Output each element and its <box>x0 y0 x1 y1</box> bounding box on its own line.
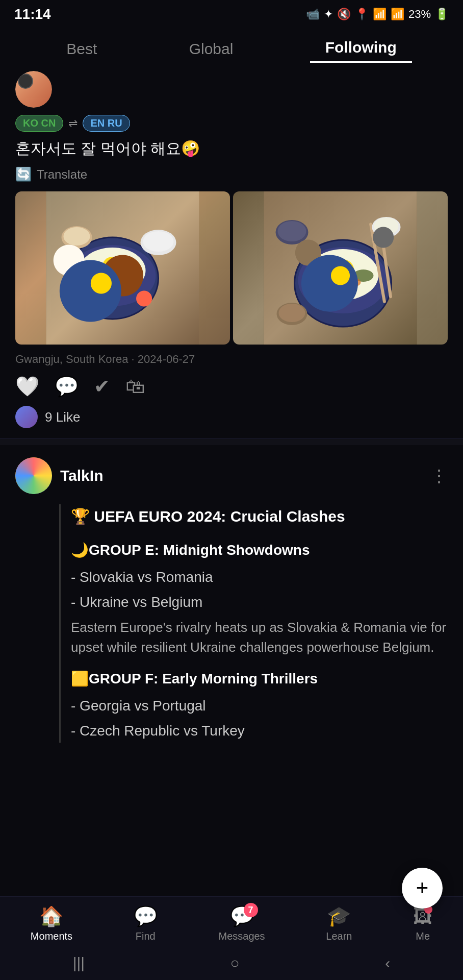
find-icon: 💬 <box>134 905 158 927</box>
nav-items: 🏠 Moments 💬 Find 💬 7 Messages 🎓 Learn 🖼 … <box>0 897 463 947</box>
me-label: Me <box>416 930 430 942</box>
liker-avatar[interactable] <box>15 406 38 428</box>
android-nav: ||| ○ ‹ <box>0 947 463 980</box>
bottom-nav: 🏠 Moments 💬 Find 💬 7 Messages 🎓 Learn 🖼 … <box>0 896 463 980</box>
learn-icon: 🎓 <box>327 905 351 927</box>
svg-point-28 <box>278 221 306 241</box>
group-e-description: Eastern Europe's rivalry heats up as Slo… <box>71 618 448 657</box>
svg-point-2 <box>67 237 159 319</box>
android-back-icon[interactable]: ‹ <box>385 954 390 972</box>
food-post: KO CN ⇌ EN RU 혼자서도 잘 먹어야 해요🤪 🔄 Translate <box>0 71 463 439</box>
svg-point-10 <box>141 230 176 255</box>
svg-point-30 <box>374 217 399 235</box>
tab-following[interactable]: Following <box>310 35 412 63</box>
talkin-avatar[interactable]: 🗨 <box>15 457 52 494</box>
bluetooth-icon: ✦ <box>324 8 333 21</box>
svg-point-18 <box>307 249 379 300</box>
translate-button[interactable]: 🔄 Translate <box>15 166 448 182</box>
post2-body: 🏆 UEFA EURO 2024: Crucial Clashes 🌙GROUP… <box>15 504 448 743</box>
svg-point-16 <box>295 240 392 327</box>
android-home-icon[interactable]: ○ <box>230 954 240 972</box>
svg-point-12 <box>62 226 92 249</box>
post1-location: Gwangju, South Korea · 2024-06-27 <box>15 353 448 366</box>
comment-button[interactable]: 💬 <box>55 375 79 398</box>
battery-icon: 🔋 <box>435 8 449 21</box>
post1-text: 혼자서도 잘 먹어야 해요🤪 <box>15 138 448 159</box>
lang-arrow: ⇌ <box>68 117 78 130</box>
svg-point-4 <box>80 248 146 293</box>
moments-label: Moments <box>31 930 72 942</box>
svg-point-17 <box>298 247 388 313</box>
talkin-post: 🗨 TalkIn ⋮ 🏆 UEFA EURO 2024: Crucial Cla… <box>0 445 463 757</box>
status-time: 11:14 <box>14 6 51 22</box>
svg-point-20 <box>336 263 351 278</box>
svg-point-32 <box>279 304 305 322</box>
android-menu-icon[interactable]: ||| <box>73 954 85 972</box>
post2-title: 🏆 UEFA EURO 2024: Crucial Clashes <box>71 504 448 529</box>
svg-rect-1 <box>46 191 199 345</box>
svg-point-23 <box>324 279 342 289</box>
food-image-right[interactable] <box>233 191 448 345</box>
tab-global[interactable]: Global <box>174 36 249 62</box>
group-f-item-1: - Georgia vs Portugal <box>71 695 448 718</box>
nav-me[interactable]: 🖼 Me <box>413 905 432 942</box>
tab-bar: Best Global Following <box>0 27 463 71</box>
post1-avatar[interactable] <box>15 71 52 108</box>
lang-tags: KO CN ⇌ EN RU <box>15 115 448 132</box>
nav-learn[interactable]: 🎓 Learn <box>326 905 352 942</box>
talkin-header: 🗨 TalkIn ⋮ <box>15 457 448 494</box>
status-icons: 📹 ✦ 🔇 📍 📶 📶 23% 🔋 <box>306 8 449 21</box>
svg-point-22 <box>353 270 374 282</box>
group-f-header: 🟨GROUP F: Early Morning Thrillers <box>71 668 448 691</box>
wifi-icon: 📶 <box>373 8 387 21</box>
action-buttons: 🤍 💬 ✔ 🛍 <box>15 375 448 398</box>
signal-icon: 📶 <box>391 8 404 21</box>
svg-point-5 <box>102 257 123 277</box>
messages-label: Messages <box>218 930 265 942</box>
battery-text: 23% <box>408 8 431 21</box>
silent-icon: 🔇 <box>337 8 351 21</box>
group-e-header: 🌙GROUP E: Midnight Showdowns <box>71 539 448 562</box>
more-options-icon[interactable]: ⋮ <box>430 465 448 486</box>
group-e-item-1: - Slovakia vs Romania <box>71 566 448 589</box>
svg-point-31 <box>277 303 307 325</box>
nav-messages[interactable]: 💬 7 Messages <box>218 905 265 942</box>
learn-label: Learn <box>326 930 352 942</box>
svg-rect-0 <box>46 191 199 345</box>
likes-section: 9 Like <box>15 406 448 428</box>
share-button[interactable]: 🛍 <box>125 376 145 398</box>
svg-point-3 <box>69 245 156 306</box>
divider <box>0 439 463 445</box>
camera-icon: 📹 <box>306 8 320 21</box>
talkin-name[interactable]: TalkIn <box>60 467 103 484</box>
like-button[interactable]: 🤍 <box>15 375 39 398</box>
post2-content-bordered: 🏆 UEFA EURO 2024: Crucial Clashes 🌙GROUP… <box>59 504 448 743</box>
messages-icon: 💬 7 <box>230 905 254 927</box>
group-e-item-2: - Ukraine vs Belgium <box>71 591 448 614</box>
svg-point-24 <box>346 278 361 287</box>
svg-rect-26 <box>378 219 393 298</box>
target-lang-tag[interactable]: EN RU <box>83 115 130 132</box>
food-images[interactable] <box>15 191 448 345</box>
svg-point-27 <box>276 220 308 244</box>
messages-badge: 7 <box>244 903 258 917</box>
status-bar: 11:14 📹 ✦ 🔇 📍 📶 📶 23% 🔋 <box>0 0 463 27</box>
talkin-info: 🗨 TalkIn <box>15 457 103 494</box>
nav-moments[interactable]: 🏠 Moments <box>31 905 72 942</box>
source-lang-tag[interactable]: KO CN <box>15 115 63 132</box>
location-icon: 📍 <box>355 8 369 21</box>
svg-point-13 <box>64 227 90 246</box>
translate-icon: 🔄 <box>15 166 32 182</box>
fab-create-button[interactable]: + <box>402 868 443 909</box>
food-image-left[interactable] <box>15 191 230 345</box>
svg-point-9 <box>95 277 110 285</box>
svg-rect-15 <box>264 191 417 345</box>
svg-point-21 <box>312 271 334 284</box>
nav-find[interactable]: 💬 Find <box>134 905 158 942</box>
svg-rect-25 <box>369 223 387 304</box>
bookmark-button[interactable]: ✔ <box>94 375 110 398</box>
svg-point-7 <box>85 267 105 279</box>
tab-best[interactable]: Best <box>51 36 112 62</box>
like-count: 9 Like <box>45 409 80 425</box>
group-f-item-2: - Czech Republic vs Turkey <box>71 720 448 743</box>
